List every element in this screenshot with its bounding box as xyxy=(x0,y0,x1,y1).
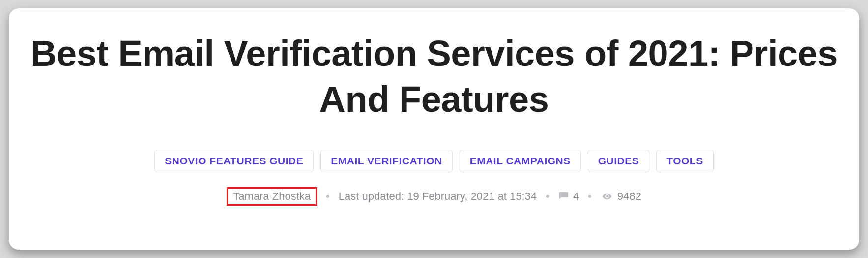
separator-dot: • xyxy=(588,190,592,203)
article-card: Best Email Verification Services of 2021… xyxy=(9,8,859,250)
comments-icon xyxy=(558,191,569,202)
meta-row: Tamara Zhostka • Last updated: 19 Februa… xyxy=(227,187,641,206)
separator-dot: • xyxy=(546,190,550,203)
eye-icon xyxy=(601,192,613,201)
separator-dot: • xyxy=(326,190,330,203)
last-updated-label: Last updated: 19 February, 2021 at 15:34 xyxy=(339,190,537,203)
comments-meta[interactable]: 4 xyxy=(558,190,579,203)
views-count: 9482 xyxy=(617,190,641,203)
tag-tools[interactable]: TOOLS xyxy=(656,150,713,172)
tag-email-campaigns[interactable]: EMAIL CAMPAIGNS xyxy=(460,150,581,172)
views-meta: 9482 xyxy=(601,190,641,203)
tag-guides[interactable]: GUIDES xyxy=(588,150,650,172)
article-title: Best Email Verification Services of 2021… xyxy=(29,31,839,122)
comments-count: 4 xyxy=(573,190,579,203)
author-highlight-box: Tamara Zhostka xyxy=(227,187,317,206)
author-link[interactable]: Tamara Zhostka xyxy=(233,190,311,202)
tags-row: SNOVIO FEATURES GUIDE EMAIL VERIFICATION… xyxy=(154,150,713,172)
tag-email-verification[interactable]: EMAIL VERIFICATION xyxy=(320,150,452,172)
tag-snovio-features-guide[interactable]: SNOVIO FEATURES GUIDE xyxy=(154,150,314,172)
